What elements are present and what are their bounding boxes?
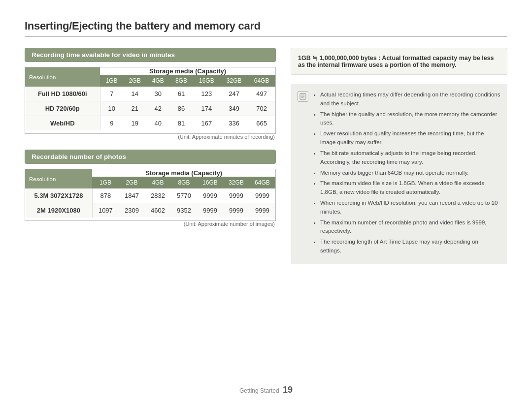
photo-r2-c6: 9999	[223, 203, 249, 218]
video-col-1gb: 1GB	[100, 75, 123, 87]
video-resolution-label: Resolution	[25, 67, 100, 87]
list-item: Memory cards bigger than 64GB may not op…	[320, 169, 500, 178]
photo-r2-c1: 1097	[92, 203, 119, 218]
table-row: Full HD 1080/60i 7 14 30 61 123 247 497	[25, 87, 275, 101]
photo-r1-c3: 2832	[145, 188, 171, 203]
note-icon	[298, 91, 308, 102]
video-unit-note: (Unit: Approximate minutes of recording)	[25, 134, 276, 140]
video-r2-c7: 702	[248, 101, 275, 116]
video-r2-c6: 349	[220, 101, 248, 116]
video-r2-c4: 86	[169, 101, 193, 116]
video-r1-c7: 497	[248, 87, 275, 101]
list-item: When recording in Web/HD resolution, you…	[320, 199, 500, 217]
video-r3-c7: 665	[248, 116, 275, 131]
list-item: Lower resolution and quality increases t…	[320, 129, 500, 147]
footer-text: Getting Started	[239, 387, 279, 394]
photo-r1-c5: 9999	[197, 188, 223, 203]
photo-col-16gb: 16GB	[197, 177, 223, 188]
photo-storage-header: Storage media (Capacity)	[92, 169, 275, 177]
photo-r2-c7: 9999	[249, 203, 275, 218]
video-r3-c5: 167	[193, 116, 220, 131]
left-column: Recording time available for video in mi…	[25, 48, 276, 264]
photo-col-8gb: 8GB	[171, 177, 197, 188]
photo-r1-c2: 1847	[119, 188, 145, 203]
notes-list: Actual recording times may differ depend…	[313, 91, 500, 257]
table-row: Web/HD 9 19 40 81 167 336 665	[25, 116, 275, 131]
list-item: The recording length of Art Time Lapse m…	[320, 238, 500, 255]
video-r1-c2: 14	[123, 87, 146, 101]
photo-section: Recordable number of photos Resolution S…	[25, 150, 276, 227]
video-r3-c6: 336	[220, 116, 248, 131]
video-col-32gb: 32GB	[220, 75, 248, 87]
photo-r2-c2: 2309	[119, 203, 145, 218]
video-r1-c6: 247	[220, 87, 248, 101]
video-table: Resolution Storage media (Capacity) 1GB …	[25, 67, 275, 130]
photo-r2-c4: 9352	[171, 203, 197, 218]
video-section: Recording time available for video in mi…	[25, 48, 276, 140]
video-row3-label: Web/HD	[25, 116, 100, 131]
main-layout: Recording time available for video in mi…	[25, 48, 507, 264]
video-r3-c4: 81	[169, 116, 193, 131]
photo-r1-c7: 9999	[249, 188, 275, 203]
photo-col-64gb: 64GB	[249, 177, 275, 188]
photo-r1-c6: 9999	[223, 188, 249, 203]
photo-col-2gb: 2GB	[119, 177, 145, 188]
title-divider	[25, 36, 507, 37]
note-box: Actual recording times may differ depend…	[291, 84, 507, 264]
video-col-8gb: 8GB	[169, 75, 193, 87]
video-r3-c1: 9	[100, 116, 123, 131]
video-r3-c3: 40	[146, 116, 169, 131]
list-item: The maximum number of recordable photo a…	[320, 219, 500, 236]
video-r1-c5: 123	[193, 87, 220, 101]
photo-row1-label: 5.3M 3072X1728	[25, 188, 92, 203]
photo-r1-c4: 5770	[171, 188, 197, 203]
video-col-2gb: 2GB	[123, 75, 146, 87]
video-r2-c2: 21	[123, 101, 146, 116]
video-r1-c3: 30	[146, 87, 169, 101]
photo-col-1gb: 1GB	[92, 177, 119, 188]
page: Inserting/Ejecting the battery and memor…	[0, 0, 532, 406]
table-row: 2M 1920X1080 1097 2309 4602 9352 9999 99…	[25, 203, 275, 218]
video-row2-label: HD 720/60p	[25, 101, 100, 116]
video-r1-c1: 7	[100, 87, 123, 101]
list-item: The bit rate automatically adjusts to th…	[320, 149, 500, 167]
photo-table-outer: Resolution Storage media (Capacity) 1GB …	[25, 169, 276, 221]
photo-section-header: Recordable number of photos	[25, 150, 276, 164]
page-footer: Getting Started 19	[0, 385, 532, 395]
video-r3-c2: 19	[123, 116, 146, 131]
photo-resolution-label: Resolution	[25, 169, 92, 188]
video-col-64gb: 64GB	[248, 75, 275, 87]
video-col-16gb: 16GB	[193, 75, 220, 87]
photo-r1-c1: 878	[92, 188, 119, 203]
page-number: 19	[283, 385, 293, 395]
video-storage-header: Storage media (Capacity)	[100, 67, 275, 75]
right-column: 1GB ≒ 1,000,000,000 bytes : Actual forma…	[291, 48, 507, 264]
photo-col-32gb: 32GB	[223, 177, 249, 188]
page-title: Inserting/Ejecting the battery and memor…	[25, 20, 507, 32]
list-item: The higher the quality and resolution, t…	[320, 110, 500, 128]
photo-unit-note: (Unit: Approximate number of images)	[25, 221, 276, 227]
photo-table: Resolution Storage media (Capacity) 1GB …	[25, 169, 275, 218]
video-table-outer: Resolution Storage media (Capacity) 1GB …	[25, 67, 276, 134]
video-section-header: Recording time available for video in mi…	[25, 48, 276, 62]
video-r1-c4: 61	[169, 87, 193, 101]
video-r2-c1: 10	[100, 101, 123, 116]
video-r2-c5: 174	[193, 101, 220, 116]
video-r2-c3: 42	[146, 101, 169, 116]
video-col-4gb: 4GB	[146, 75, 169, 87]
table-row: 5.3M 3072X1728 878 1847 2832 5770 9999 9…	[25, 188, 275, 203]
video-row1-label: Full HD 1080/60i	[25, 87, 100, 101]
photo-r2-c5: 9999	[197, 203, 223, 218]
list-item: Actual recording times may differ depend…	[320, 91, 500, 108]
info-box: 1GB ≒ 1,000,000,000 bytes : Actual forma…	[291, 48, 507, 75]
list-item: The maximum video file size is 1.8GB. Wh…	[320, 179, 500, 197]
photo-r2-c3: 4602	[145, 203, 171, 218]
table-row: HD 720/60p 10 21 42 86 174 349 702	[25, 101, 275, 116]
photo-row2-label: 2M 1920X1080	[25, 203, 92, 218]
photo-col-4gb: 4GB	[145, 177, 171, 188]
